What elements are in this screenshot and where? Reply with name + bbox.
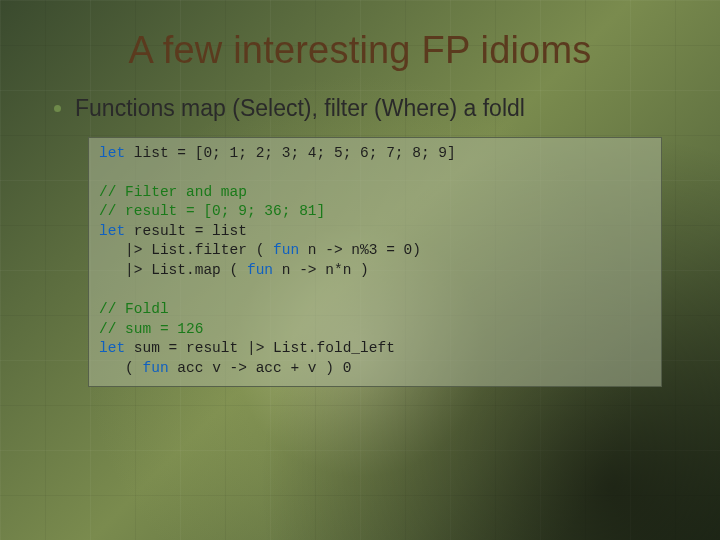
code-text: |> List.filter ( [99,242,273,258]
code-text: acc v -> acc + v ) 0 [169,360,352,376]
code-text: n -> n*n ) [273,262,369,278]
code-comment: // Filter and map [99,184,247,200]
code-keyword: let [99,223,125,239]
bullet-row: Functions map (Select), filter (Where) a… [54,94,672,123]
code-text: |> List.map ( [99,262,247,278]
code-text: sum = result |> List.fold_left [125,340,395,356]
bullet-icon [54,105,61,112]
code-text: ( [99,360,143,376]
code-keyword: fun [143,360,169,376]
code-comment: // result = [0; 9; 36; 81] [99,203,325,219]
code-text: result = list [125,223,247,239]
code-keyword: fun [247,262,273,278]
code-comment: // sum = 126 [99,321,203,337]
code-block: let list = [0; 1; 2; 3; 4; 5; 6; 7; 8; 9… [88,137,662,388]
slide: A few interesting FP idioms Functions ma… [0,0,720,540]
code-text: list = [0; 1; 2; 3; 4; 5; 6; 7; 8; 9] [125,145,456,161]
code-comment: // Foldl [99,301,169,317]
slide-title: A few interesting FP idioms [48,30,672,72]
bullet-text: Functions map (Select), filter (Where) a… [75,94,525,123]
code-keyword: let [99,340,125,356]
code-text: n -> n%3 = 0) [299,242,421,258]
code-keyword: fun [273,242,299,258]
code-keyword: let [99,145,125,161]
